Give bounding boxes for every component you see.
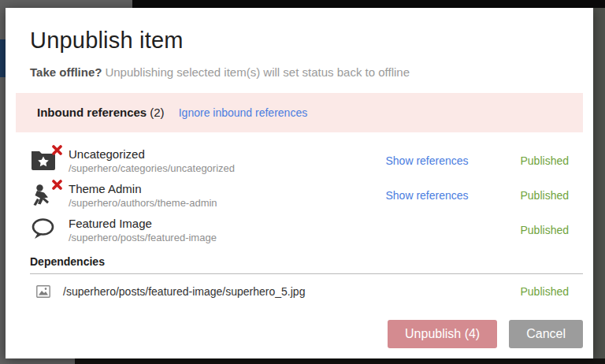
status-badge: Published — [490, 189, 569, 202]
delete-mark-icon — [52, 180, 62, 190]
ignore-inbound-references-link[interactable]: Ignore inbound references — [179, 106, 307, 119]
unpublish-button[interactable]: Unpublish (4) — [388, 320, 497, 348]
reference-row: Featured Image /superhero/posts/featured… — [30, 216, 569, 244]
unpublish-dialog: Unpublish item Take offline?Unpublishing… — [6, 8, 593, 358]
backdrop-strip — [592, 8, 605, 364]
dependencies-heading: Dependencies — [30, 255, 583, 268]
inbound-references-banner: Inbound references(2) Ignore inbound ref… — [16, 93, 583, 132]
reference-name: Featured Image — [69, 217, 364, 231]
banner-count: (2) — [150, 106, 164, 119]
folder-star-icon — [30, 148, 57, 173]
status-badge: Published — [490, 224, 569, 236]
references-list: Uncategorized /superhero/categories/unca… — [30, 147, 569, 244]
reference-name: Theme Admin — [69, 182, 364, 196]
subtitle-question: Take offline? — [30, 65, 102, 79]
status-badge: Published — [490, 285, 569, 298]
reference-name: Uncategorized — [69, 147, 364, 162]
delete-mark-icon — [52, 145, 62, 155]
backdrop-strip — [75, 358, 605, 364]
dialog-actions: Unpublish (4) Cancel — [30, 320, 583, 348]
banner-label: Inbound references — [37, 106, 147, 119]
superhero-icon — [30, 183, 57, 208]
dialog-title: Unpublish item — [30, 27, 569, 54]
backdrop-strip — [132, 0, 605, 8]
show-references-link[interactable]: Show references — [385, 154, 468, 167]
reference-row: Uncategorized /superhero/categories/unca… — [30, 147, 569, 175]
dependencies-section-header: Dependencies — [30, 255, 583, 274]
reference-row: Theme Admin /superhero/authors/theme-adm… — [30, 181, 569, 210]
reference-path: /superhero/authors/theme-admin — [69, 196, 364, 210]
subtitle-text: Unpublishing selected item(s) will set s… — [105, 65, 410, 79]
reference-path: /superhero/categories/uncategorized — [69, 162, 364, 175]
comment-icon — [30, 217, 57, 243]
backdrop-strip — [0, 39, 6, 77]
image-icon — [36, 285, 50, 298]
dependency-path: /superhero/posts/featured-image/superher… — [63, 285, 490, 298]
show-references-link[interactable]: Show references — [385, 189, 468, 202]
dependency-row: /superhero/posts/featured-image/superher… — [30, 284, 569, 299]
status-badge: Published — [490, 154, 569, 167]
cancel-button[interactable]: Cancel — [509, 320, 583, 348]
dialog-subtitle: Take offline?Unpublishing selected item(… — [30, 65, 569, 80]
reference-path: /superhero/posts/featured-image — [69, 231, 364, 244]
